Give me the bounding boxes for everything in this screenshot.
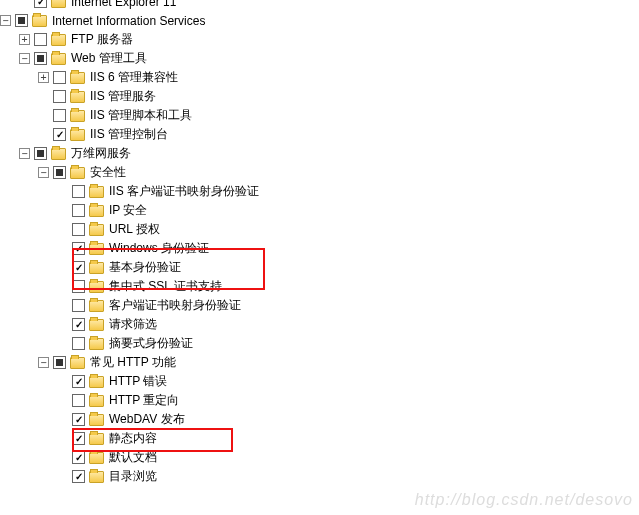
checkbox[interactable] [34,147,47,160]
tree-item-label: 客户端证书映射身份验证 [109,297,241,314]
checkbox[interactable] [72,318,85,331]
tree-row[interactable]: 默认文档 [0,448,639,467]
checkbox[interactable] [72,223,85,236]
tree-item-label: 常见 HTTP 功能 [90,354,176,371]
expand-minus-icon[interactable]: − [38,167,49,178]
tree-row[interactable]: HTTP 错误 [0,372,639,391]
folder-icon [70,167,85,179]
tree-item-label: IIS 管理控制台 [90,126,168,143]
checkbox[interactable] [72,470,85,483]
folder-icon [89,471,104,483]
tree-row[interactable]: +FTP 服务器 [0,30,639,49]
tree-item-label: 万维网服务 [71,145,131,162]
tree-item-label: IP 安全 [109,202,147,219]
folder-icon [70,357,85,369]
tree-item-label: HTTP 重定向 [109,392,179,409]
folder-icon [70,72,85,84]
tree-row[interactable]: 请求筛选 [0,315,639,334]
tree-row[interactable]: 集中式 SSL 证书支持 [0,277,639,296]
checkbox[interactable] [72,280,85,293]
folder-icon [51,148,66,160]
expand-minus-icon[interactable]: − [0,15,11,26]
folder-icon [51,34,66,46]
checkbox[interactable] [34,52,47,65]
tree-row[interactable]: Windows 身份验证 [0,239,639,258]
checkbox[interactable] [72,299,85,312]
folder-icon [89,186,104,198]
tree-row[interactable]: +IIS 6 管理兼容性 [0,68,639,87]
tree-item-label: 安全性 [90,164,126,181]
checkbox[interactable] [72,261,85,274]
tree-item-label: Internet Information Services [52,14,205,28]
tree-item-label: IIS 客户端证书映射身份验证 [109,183,259,200]
folder-icon [89,414,104,426]
checkbox[interactable] [34,0,47,8]
tree-item-label: 摘要式身份验证 [109,335,193,352]
folder-icon [89,376,104,388]
checkbox[interactable] [53,90,66,103]
folder-icon [89,205,104,217]
tree-row[interactable]: 目录浏览 [0,467,639,486]
folder-icon [89,262,104,274]
tree-row[interactable]: IIS 管理服务 [0,87,639,106]
tree-row[interactable]: −Internet Information Services [0,11,639,30]
checkbox[interactable] [72,185,85,198]
checkbox[interactable] [72,451,85,464]
folder-icon [32,15,47,27]
expand-plus-icon[interactable]: + [19,34,30,45]
tree-row[interactable]: −万维网服务 [0,144,639,163]
tree-item-label: 集中式 SSL 证书支持 [109,278,222,295]
checkbox[interactable] [53,109,66,122]
tree-row[interactable]: 客户端证书映射身份验证 [0,296,639,315]
watermark-text: http://blog.csdn.net/desovo [415,491,633,509]
tree-item-label: WebDAV 发布 [109,411,185,428]
checkbox[interactable] [53,166,66,179]
tree-row[interactable]: URL 授权 [0,220,639,239]
expand-minus-icon[interactable]: − [19,148,30,159]
tree-item-label: 基本身份验证 [109,259,181,276]
expand-plus-icon[interactable]: + [38,72,49,83]
tree-row[interactable]: IIS 客户端证书映射身份验证 [0,182,639,201]
checkbox[interactable] [53,71,66,84]
tree-item-label: Internet Explorer 11 [71,0,176,9]
checkbox[interactable] [72,432,85,445]
folder-icon [70,110,85,122]
tree-item-label: 静态内容 [109,430,157,447]
checkbox[interactable] [72,375,85,388]
checkbox[interactable] [72,242,85,255]
tree-item-label: IIS 管理脚本和工具 [90,107,192,124]
tree-item-label: 目录浏览 [109,468,157,485]
tree-row[interactable]: 静态内容 [0,429,639,448]
tree-item-label: URL 授权 [109,221,160,238]
tree-row[interactable]: −安全性 [0,163,639,182]
tree-row[interactable]: IIS 管理脚本和工具 [0,106,639,125]
tree-row[interactable]: −常见 HTTP 功能 [0,353,639,372]
checkbox[interactable] [15,14,28,27]
folder-icon [70,129,85,141]
folder-icon [89,224,104,236]
tree-row[interactable]: Internet Explorer 11 [0,0,639,11]
tree-row[interactable]: 摘要式身份验证 [0,334,639,353]
checkbox[interactable] [72,204,85,217]
checkbox[interactable] [72,394,85,407]
tree-row[interactable]: −Web 管理工具 [0,49,639,68]
tree-row[interactable]: IP 安全 [0,201,639,220]
tree-row[interactable]: IIS 管理控制台 [0,125,639,144]
tree-item-label: Web 管理工具 [71,50,147,67]
folder-icon [51,0,66,8]
tree-row[interactable]: WebDAV 发布 [0,410,639,429]
tree-item-label: Windows 身份验证 [109,240,209,257]
tree-row[interactable]: 基本身份验证 [0,258,639,277]
checkbox[interactable] [53,128,66,141]
folder-icon [51,53,66,65]
folder-icon [89,243,104,255]
tree-item-label: 请求筛选 [109,316,157,333]
tree-item-label: HTTP 错误 [109,373,167,390]
checkbox[interactable] [34,33,47,46]
tree-row[interactable]: HTTP 重定向 [0,391,639,410]
expand-minus-icon[interactable]: − [19,53,30,64]
checkbox[interactable] [53,356,66,369]
expand-minus-icon[interactable]: − [38,357,49,368]
checkbox[interactable] [72,337,85,350]
checkbox[interactable] [72,413,85,426]
